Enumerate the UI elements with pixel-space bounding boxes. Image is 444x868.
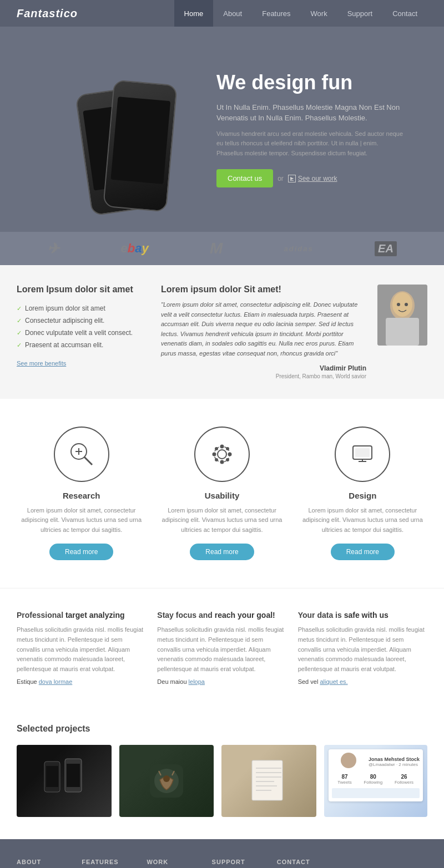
svg-rect-27 [67, 764, 80, 787]
nav-about[interactable]: About [213, 0, 252, 27]
projects-section: Selected projects [0, 707, 444, 839]
footer-col-features: FEATURES Lorem ipsum Dolor sit amet Null… [82, 859, 147, 868]
svg-point-19 [215, 459, 218, 461]
tools-icon [68, 440, 95, 468]
testimonial-text: "Lorem ipsum dolor sit amet, consectetur… [161, 300, 366, 359]
feature-usability-title: Usability [205, 491, 240, 500]
svg-point-16 [215, 448, 218, 450]
info-desc-1: Phasellus solicitudin gravida nisl. moll… [17, 625, 146, 674]
benefits-left: Lorem Ipsum dolor sit amet ✓Lorem ipsum … [17, 285, 150, 379]
feature-research: Research Lorem ipsum dolor sit amet, con… [17, 427, 146, 561]
navbar: Fantastico Home About Features Work Supp… [0, 0, 444, 27]
logo-ebay: ebay [120, 241, 148, 256]
footer-col-about: ABOUT Lorem ipsum Dolor sit amet Nullam … [17, 859, 82, 868]
nav-contact[interactable]: Contact [382, 0, 427, 27]
footer: ABOUT Lorem ipsum Dolor sit amet Nullam … [0, 839, 444, 868]
footer-col-support-title: SUPPORT [212, 859, 277, 865]
phone-front [103, 79, 178, 212]
feature-usability: Usability Lorem ipsum dolor sit amet, co… [157, 427, 286, 561]
hero-subtitle: Ut In Nulla Enim. Phasellus Molestie Mag… [216, 102, 405, 124]
portrait-container [377, 285, 427, 379]
feature-research-desc: Lorem ipsum dolor sit amet, consectetur … [17, 506, 146, 535]
usability-icon-circle [194, 427, 250, 482]
footer-col-contact: CONTACT Lorem ipsum Dolor sit amet Nulla… [277, 859, 342, 868]
hero-phones [39, 40, 216, 218]
research-icon-circle [54, 427, 109, 482]
logo-mcdonalds: M [210, 240, 223, 257]
nav-support[interactable]: Support [337, 0, 383, 27]
nav-features[interactable]: Features [252, 0, 300, 27]
feature-design: Design Lorem ipsum dolor sit amet, conse… [298, 427, 427, 561]
design-icon-circle [335, 427, 390, 482]
check-icon: ✓ [17, 305, 22, 312]
info-card-2: Stay focus and reach your goal! Phasellu… [157, 611, 286, 685]
profile-stats: 87Tweets 80Following 26Followers [332, 774, 420, 785]
hero-or-text: or [278, 175, 284, 182]
see-more-benefits-button[interactable]: See more benefits [17, 360, 66, 367]
footer-columns: ABOUT Lorem ipsum Dolor sit amet Nullam … [17, 859, 427, 868]
svg-rect-25 [46, 766, 58, 787]
info-title-3: Your data is safe with us [298, 611, 427, 620]
check-icon: ✓ [17, 329, 22, 337]
feature-research-title: Research [63, 491, 100, 500]
info-link-1: Estique dova lormae [17, 678, 146, 685]
svg-point-14 [213, 453, 215, 455]
svg-point-10 [218, 450, 226, 459]
footer-col-support: SUPPORT Lorem ipsum Dolor vd amet Nullam… [212, 859, 277, 868]
benefits-left-title: Lorem Ipsum dolor sit amet [17, 285, 139, 295]
projects-title: Selected projects [17, 724, 427, 734]
info-link-2: Deu maiou lelopa [157, 678, 286, 685]
research-readmore-button[interactable]: Read more [49, 544, 113, 560]
hero-cta: Contact us or ▶ See our work [216, 169, 405, 187]
hero-body: Vivamus hendrerit arcu sed erat molestie… [216, 129, 405, 159]
checklist-item: ✓Consectetur adipiscing elit. [17, 314, 139, 327]
svg-rect-2 [386, 318, 419, 346]
projects-grid: Jonas Mehsted Stock @Lmaadatwr · 2 minut… [17, 745, 427, 817]
svg-point-3 [392, 292, 412, 317]
svg-rect-23 [355, 448, 370, 457]
design-readmore-button[interactable]: Read more [331, 544, 395, 560]
nav-home[interactable]: Home [174, 0, 214, 27]
svg-point-18 [226, 448, 229, 450]
checklist: ✓Lorem ipsum dolor sit amet ✓Consectetur… [17, 302, 139, 351]
svg-rect-33 [252, 760, 282, 800]
check-icon: ✓ [17, 342, 22, 349]
svg-point-30 [163, 775, 170, 782]
footer-col-work: WORK Lorem ipsum Dolor sit amet Nullam s… [147, 859, 211, 868]
nav-work[interactable]: Work [301, 0, 337, 27]
portrait-svg [377, 285, 427, 346]
footer-social-col: SOCIAL f t in Be ● [342, 859, 427, 868]
feature-design-desc: Lorem ipsum dolor sit amet, consectetur … [298, 506, 427, 535]
checklist-item: ✓Donec vulputate velit a velit consect. [17, 327, 139, 339]
project-thumb-2[interactable] [119, 745, 214, 817]
project-thumb-3[interactable] [221, 745, 316, 817]
info-desc-2: Phasellus solicitudin gravida nisl. moll… [157, 625, 286, 674]
hero-title: We design fun [216, 71, 405, 94]
contact-button[interactable]: Contact us [216, 169, 273, 187]
features-section: Research Lorem ipsum dolor sit amet, con… [0, 399, 444, 588]
checklist-item: ✓Praesent at accumsan elit. [17, 339, 139, 351]
svg-point-12 [220, 445, 223, 448]
see-our-work-link[interactable]: ▶ See our work [288, 175, 337, 182]
project-thumb-1[interactable] [17, 745, 112, 817]
usability-readmore-button[interactable]: Read more [190, 544, 254, 560]
feature-usability-desc: Lorem ipsum dolor sit amet, consectetur … [157, 506, 286, 535]
checklist-item: ✓Lorem ipsum dolor sit amet [17, 302, 139, 314]
work-link-icon: ▶ [288, 175, 296, 182]
monitor-icon [349, 440, 376, 468]
svg-point-17 [226, 459, 229, 461]
svg-point-13 [220, 460, 223, 463]
logo-1: ✈ [47, 240, 59, 257]
hero-section: We design fun Ut In Nulla Enim. Phasellu… [0, 27, 444, 232]
profile-card: Jonas Mehsted Stock @Lmaadatwr · 2 minut… [329, 749, 423, 801]
testimonial-role: President, Rambo man, World savior [161, 373, 366, 379]
portrait [377, 285, 427, 346]
logo-ea: EA [375, 241, 397, 256]
footer-col-contact-title: CONTACT [277, 859, 342, 865]
footer-col-about-title: ABOUT [17, 859, 82, 865]
project-thumb-4[interactable]: Jonas Mehsted Stock @Lmaadatwr · 2 minut… [324, 745, 428, 817]
svg-point-5 [405, 303, 408, 306]
check-icon: ✓ [17, 317, 22, 324]
feature-design-title: Design [349, 491, 376, 500]
gear-icon [208, 440, 236, 468]
